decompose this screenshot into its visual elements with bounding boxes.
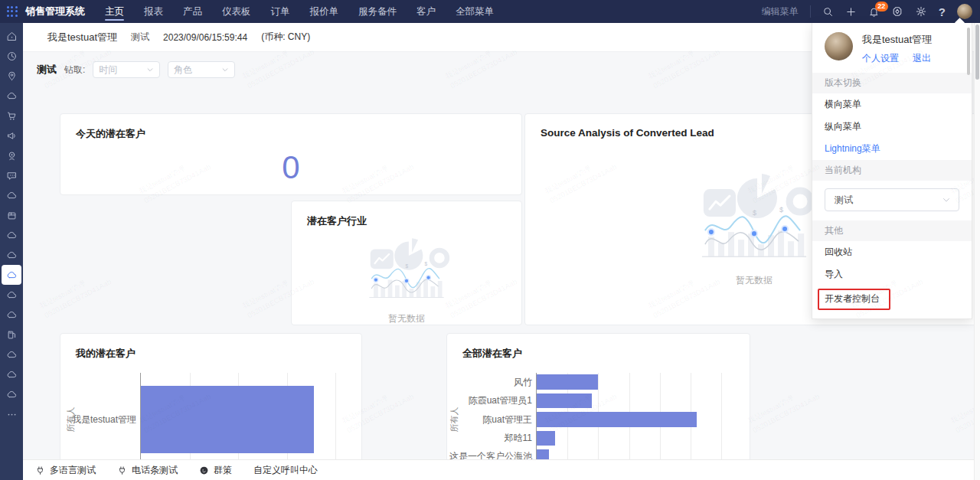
- menu-item-0-0[interactable]: 横向菜单: [812, 93, 972, 116]
- sidebar-item-location-pin-2[interactable]: [2, 66, 21, 86]
- nav-item-5[interactable]: 报价单: [310, 0, 339, 23]
- bar-4: [537, 449, 549, 459]
- highlighted-menu-item: 开发者控制台: [818, 289, 890, 310]
- sidebar-item-cloud-16[interactable]: [2, 344, 21, 364]
- user-name: 我是testuat管理: [862, 33, 932, 47]
- sidebar-item-webcam-6[interactable]: [2, 145, 21, 165]
- bottom-utility-bar: 多语言测试电话条测试群策自定义呼叫中心: [23, 459, 980, 480]
- edit-menu-button[interactable]: 编辑菜单: [762, 5, 799, 18]
- role-filter-value: 角色: [174, 64, 192, 77]
- sidebar-item-cloud-14[interactable]: [2, 305, 21, 325]
- nav-item-4[interactable]: 订单: [271, 0, 290, 23]
- footer-item-3[interactable]: 自定义呼叫中心: [253, 464, 318, 477]
- card-title: 今天的潜在客户: [60, 114, 521, 141]
- footer-item-0[interactable]: 多语言测试: [35, 464, 96, 477]
- bar-rows: [141, 373, 335, 459]
- nav-item-6[interactable]: 服务备件: [358, 0, 397, 23]
- currency-note: (币种: CNY): [261, 31, 310, 44]
- app-title: 销售管理系统: [25, 5, 85, 18]
- profile-settings-link[interactable]: 个人设置: [862, 52, 899, 65]
- footer-item-label: 多语言测试: [50, 464, 96, 477]
- bar-1: [537, 393, 592, 409]
- bell-icon[interactable]: 22: [868, 6, 880, 18]
- nav-item-3[interactable]: 仪表板: [222, 0, 251, 23]
- empty-state: $ $ 暂无数据: [292, 233, 521, 325]
- navbar-actions: 编辑菜单 22 ?: [762, 0, 980, 23]
- footer-item-2[interactable]: 群策: [199, 464, 232, 477]
- sidebar-item-cloud-12[interactable]: [2, 265, 21, 285]
- sidebar-item-cart-4[interactable]: [2, 106, 21, 126]
- sidebar-item-pump-15[interactable]: [2, 325, 21, 344]
- time-filter-select[interactable]: 时间: [93, 61, 160, 78]
- category-label-4: 这是一个客户公海池: [459, 448, 532, 459]
- menu-item-2-1[interactable]: 导入: [812, 263, 972, 286]
- plot-area: 0100200300400: [140, 373, 335, 459]
- sidebar-item-cloud-11[interactable]: [2, 245, 21, 265]
- settings-gear-icon[interactable]: [915, 5, 927, 18]
- sidebar-item-cloud-8[interactable]: [2, 185, 21, 205]
- plug-icon: [35, 465, 45, 475]
- window-scrollbar: [974, 23, 980, 480]
- menu-section-header-2: 其他: [812, 220, 972, 241]
- footer-item-label: 自定义呼叫中心: [253, 464, 318, 477]
- y-axis-group-label: 所有人: [449, 373, 459, 459]
- left-sidebar: [0, 23, 23, 480]
- svg-text:$: $: [779, 206, 783, 214]
- sidebar-item-home-0[interactable]: [2, 26, 21, 46]
- nav-item-2[interactable]: 产品: [183, 0, 202, 23]
- menu-item-0-2[interactable]: Lightning菜单: [812, 138, 972, 160]
- category-label-0: 风竹: [459, 373, 532, 391]
- drill-label: 钻取:: [64, 64, 85, 77]
- sidebar-item-cloud-17[interactable]: [2, 364, 21, 384]
- card-today-leads: 今天的潜在客户 0: [60, 113, 522, 195]
- bar-chart: 所有人 风竹陈霞uat管理员1陈uat管理王郑晗11这是一个客户公海池 0510…: [447, 373, 750, 459]
- sidebar-item-clock-1[interactable]: [2, 46, 21, 66]
- menu-item-2-0[interactable]: 回收站: [812, 241, 972, 263]
- bar-rows: [537, 373, 721, 459]
- time-filter-value: 时间: [99, 64, 117, 77]
- filter-bar: 测试 钻取: 时间 角色: [23, 61, 235, 78]
- plus-icon[interactable]: [845, 6, 857, 18]
- chevron-down-icon: [146, 66, 154, 73]
- sidebar-item-chat-7[interactable]: [2, 165, 21, 185]
- bar-chart: 所有人 我是testuat管理 0100200300400: [60, 373, 361, 459]
- panel-scrollbar-thumb[interactable]: [967, 28, 970, 75]
- menu-item-0-1[interactable]: 纵向菜单: [812, 116, 972, 138]
- chart-title: 全部潜在客户: [447, 334, 750, 361]
- dashboard-org: 测试: [131, 31, 149, 44]
- main-nav: 主页报表产品仪表板订单报价单服务备件客户全部菜单: [105, 0, 494, 23]
- svg-text:$: $: [406, 263, 409, 269]
- sidebar-item-box-9[interactable]: [2, 205, 21, 225]
- nav-item-1[interactable]: 报表: [144, 0, 163, 23]
- sidebar-item-more-19[interactable]: [2, 404, 21, 424]
- bar-0: [141, 386, 314, 453]
- logout-link[interactable]: 退出: [913, 52, 931, 65]
- sidebar-item-cloud-13[interactable]: [2, 285, 21, 305]
- category-labels: 我是testuat管理: [76, 373, 140, 459]
- sidebar-item-cloud-18[interactable]: [2, 384, 21, 404]
- chat-solid-icon: [199, 465, 209, 475]
- footer-item-1[interactable]: 电话条测试: [117, 464, 178, 477]
- org-select[interactable]: 测试: [825, 188, 959, 211]
- app-launcher-icon[interactable]: [7, 6, 18, 17]
- filter-title: 测试: [37, 63, 57, 77]
- help-icon[interactable]: ?: [939, 6, 946, 18]
- scrollbar-thumb[interactable]: [975, 24, 979, 80]
- app-market-icon[interactable]: [891, 5, 903, 18]
- menu-item-2-2[interactable]: 开发者控制台: [812, 286, 972, 314]
- gridline: [721, 373, 722, 459]
- search-icon[interactable]: [822, 6, 834, 18]
- plot-area: 051015202530: [536, 373, 721, 459]
- bar-2: [537, 412, 697, 427]
- sidebar-item-cloud-10[interactable]: [2, 225, 21, 245]
- nav-item-0[interactable]: 主页: [105, 0, 124, 23]
- sidebar-item-megaphone-5[interactable]: [2, 126, 21, 145]
- avatar: [825, 32, 853, 60]
- navbar-divider: [810, 5, 811, 18]
- category-label-2: 陈uat管理王: [459, 410, 532, 429]
- nav-item-7[interactable]: 客户: [416, 0, 436, 23]
- sidebar-item-cloud-3[interactable]: [2, 86, 21, 106]
- role-filter-select[interactable]: 角色: [168, 61, 235, 78]
- empty-text: 暂无数据: [736, 274, 773, 287]
- nav-item-8[interactable]: 全部菜单: [456, 0, 494, 23]
